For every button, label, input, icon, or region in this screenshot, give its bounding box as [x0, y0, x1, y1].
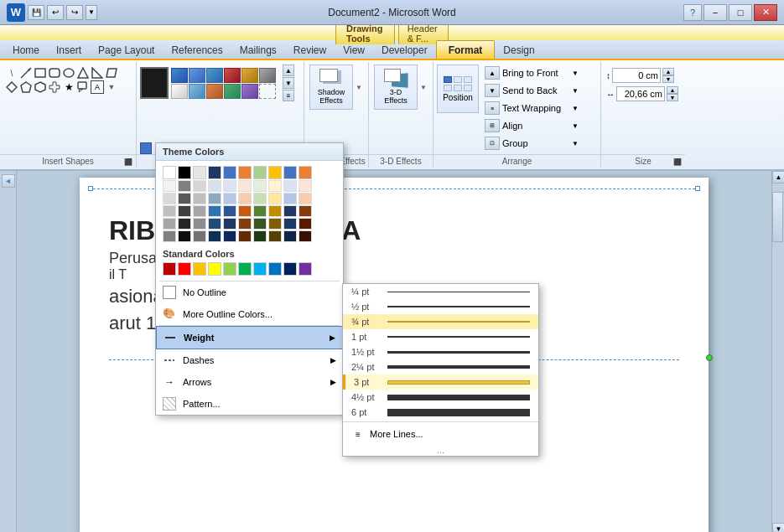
weight-0-25pt[interactable]: ¼ pt	[343, 284, 538, 299]
rt-triangle-shape[interactable]	[91, 66, 104, 80]
weight-4-5pt[interactable]: 4½ pt	[343, 390, 538, 405]
text-wrapping-btn[interactable]: ≡ Text Wrapping ▼	[481, 100, 582, 116]
plus-shape[interactable]	[48, 80, 61, 94]
theme-color-blue2[interactable]	[283, 166, 297, 179]
tab-review[interactable]: Review	[285, 42, 335, 59]
bring-to-front-btn[interactable]: ▲ Bring to Front ▼	[481, 65, 582, 81]
svg-marker-5	[78, 68, 88, 78]
size-expand[interactable]: ⬛	[673, 158, 682, 166]
save-btn[interactable]: 💾	[28, 5, 44, 20]
weight-6pt[interactable]: 6 pt	[343, 405, 538, 420]
weight-0-75pt[interactable]: ¾ pt	[343, 314, 538, 329]
minimize-btn[interactable]: −	[704, 4, 727, 21]
redo-btn[interactable]: ↪	[66, 5, 83, 20]
style-swatch-12[interactable]	[259, 84, 276, 99]
tab-view[interactable]: View	[335, 42, 373, 59]
style-swatch-2[interactable]	[189, 68, 205, 83]
pentagon-shape[interactable]	[19, 80, 33, 94]
effects-3d-btn[interactable]: 3-DEffects	[374, 65, 418, 110]
height-down[interactable]: ▼	[662, 75, 674, 83]
styles-dropdown[interactable]: ≡	[283, 90, 294, 101]
hexagon-shape[interactable]	[34, 80, 47, 94]
rounded-rect-shape[interactable]	[48, 66, 61, 80]
style-swatch-10[interactable]	[224, 84, 241, 99]
style-swatch-8[interactable]	[189, 84, 205, 99]
style-swatch-6[interactable]	[259, 68, 276, 83]
tab-design[interactable]: Design	[495, 42, 543, 59]
style-swatch-3[interactable]	[206, 68, 223, 83]
style-swatch-1[interactable]	[171, 68, 188, 83]
shadow-effects-btn[interactable]: ShadowEffects	[309, 65, 353, 110]
parallelogram-shape[interactable]	[105, 66, 118, 80]
style-swatch-5[interactable]	[241, 68, 258, 83]
group-btn[interactable]: ⊡ Group ▼	[481, 135, 582, 152]
ellipse-shape[interactable]	[62, 66, 75, 80]
more-lines-item[interactable]: ≡ More Lines...	[343, 424, 538, 444]
theme-color-green[interactable]	[253, 166, 267, 179]
star-shape[interactable]: ★	[62, 80, 75, 94]
theme-color-yellow[interactable]	[268, 166, 282, 179]
text-box-shape[interactable]: A	[91, 80, 104, 94]
tab-references[interactable]: References	[163, 42, 231, 59]
callout-shape[interactable]	[76, 80, 90, 94]
height-input[interactable]	[612, 68, 661, 83]
maximize-btn[interactable]: □	[729, 4, 752, 21]
weight-1pt[interactable]: 1 pt	[343, 329, 538, 344]
style-swatch-7[interactable]	[171, 84, 188, 99]
triangle-shape[interactable]	[76, 66, 90, 80]
width-up[interactable]: ▲	[667, 86, 678, 94]
scroll-up-btn[interactable]: ▲	[772, 171, 784, 183]
height-up[interactable]: ▲	[662, 68, 674, 75]
tab-insert[interactable]: Insert	[48, 42, 90, 59]
width-down[interactable]: ▼	[667, 94, 678, 101]
style-swatch-4[interactable]	[224, 68, 241, 83]
theme-color-orange2[interactable]	[299, 166, 312, 179]
shadow-effects-arrow[interactable]: ▼	[355, 65, 363, 110]
dashes-item[interactable]: Dashes ▶	[156, 349, 343, 371]
tab-page-layout[interactable]: Page Layout	[90, 42, 163, 59]
weight-0-5pt[interactable]: ½ pt	[343, 299, 538, 314]
rect-shape[interactable]	[34, 66, 47, 80]
arrow-shape[interactable]	[19, 66, 33, 80]
theme-color-blue[interactable]	[223, 166, 236, 179]
tab-format[interactable]: Format	[436, 40, 496, 59]
tab-developer[interactable]: Developer	[373, 42, 436, 59]
fill-color-btn[interactable]	[140, 67, 169, 99]
weight-item[interactable]: Weight ▶	[156, 326, 343, 349]
arrows-item[interactable]: → Arrows ▶	[156, 371, 343, 393]
theme-color-white[interactable]	[163, 166, 176, 179]
tab-mailings[interactable]: Mailings	[231, 42, 285, 59]
customize-btn[interactable]: ▼	[86, 5, 97, 20]
pattern-item[interactable]: Pattern...	[156, 393, 343, 415]
width-input[interactable]	[616, 86, 665, 101]
weight-2-25pt[interactable]: 2¼ pt	[343, 359, 538, 374]
diamond-shape[interactable]	[5, 80, 18, 94]
styles-scroll-up[interactable]: ▲	[283, 65, 294, 76]
tab-home[interactable]: Home	[4, 42, 48, 59]
insert-shapes-expand[interactable]: ⬛	[124, 158, 132, 166]
theme-color-orange[interactable]	[238, 166, 252, 179]
style-swatch-11[interactable]	[241, 84, 258, 99]
line-shape[interactable]: \	[5, 66, 18, 80]
left-scroll-btn[interactable]: ◄	[2, 174, 15, 188]
scroll-thumb[interactable]	[772, 192, 783, 242]
align-btn[interactable]: ⊞ Align ▼	[481, 117, 582, 134]
send-to-back-btn[interactable]: ▼ Send to Back ▼	[481, 82, 582, 99]
selection-handle-right[interactable]	[706, 354, 713, 361]
more-outline-colors-item[interactable]: 🎨 More Outline Colors...	[156, 303, 343, 325]
theme-color-lt-gray[interactable]	[193, 166, 206, 179]
style-swatch-9[interactable]	[206, 84, 223, 99]
undo-btn[interactable]: ↩	[47, 5, 64, 20]
no-outline-item[interactable]: No Outline	[156, 281, 343, 303]
weight-1-5pt[interactable]: 1½ pt	[343, 344, 538, 359]
more-shapes[interactable]: ▼	[105, 80, 118, 94]
weight-3pt[interactable]: 3 pt	[343, 374, 538, 390]
effects-3d-arrow[interactable]: ▼	[419, 65, 428, 110]
close-btn[interactable]: ✕	[754, 4, 777, 21]
styles-scroll-down[interactable]: ▼	[283, 77, 294, 89]
theme-color-dk-blue[interactable]	[208, 166, 221, 179]
scroll-down-btn[interactable]: ▼	[772, 523, 784, 532]
theme-color-black[interactable]	[178, 166, 191, 179]
help-btn[interactable]: ?	[683, 4, 702, 21]
position-btn[interactable]: Position	[437, 65, 479, 113]
